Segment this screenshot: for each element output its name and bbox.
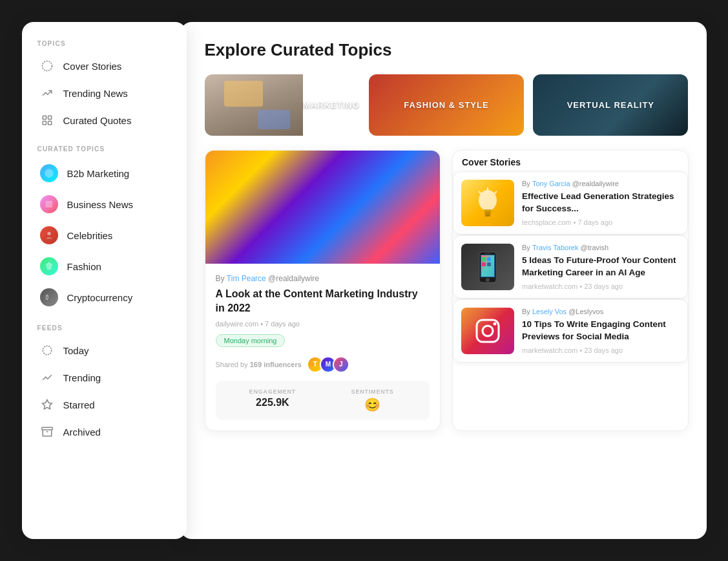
sidebar-item-archived[interactable]: Archived: [35, 418, 174, 445]
svg-rect-27: [482, 262, 486, 266]
featured-article-card[interactable]: By Tim Pearce @realdailywire A Look at t…: [205, 150, 441, 431]
articles-panel: Cover Stories: [452, 150, 689, 431]
article-body-1: By Tony Garcia @realdailywire Effective …: [522, 180, 680, 226]
svg-rect-28: [487, 262, 491, 266]
starred-label: Starred: [63, 399, 95, 410]
cover-stories-icon: [40, 59, 54, 73]
article-thumb-2: [461, 244, 514, 290]
svg-point-7: [47, 232, 50, 235]
article-thumb-3: [461, 308, 514, 354]
svg-rect-6: [45, 201, 52, 208]
fashion-label: Fashion: [67, 261, 101, 272]
trending-news-label: Trending News: [63, 88, 128, 99]
article-2-author-link[interactable]: Travis Taborek: [532, 244, 579, 251]
hero-card-fashion-label: FASHION & STYLE: [404, 100, 488, 110]
svg-rect-14: [484, 209, 492, 212]
cryptocurrency-label: Cryptocurrency: [67, 292, 133, 303]
app-container: TOPICS Cover Stories Trending News: [22, 22, 707, 539]
topics-section-label: TOPICS: [35, 40, 174, 47]
article-body-2: By Travis Taborek @travish 5 Ideas To Fu…: [522, 244, 680, 290]
trending-icon: [40, 370, 54, 385]
sidebar-item-business-news[interactable]: Business News: [35, 189, 174, 220]
featured-image: [205, 151, 441, 264]
featured-source: dailywire.com: [216, 320, 259, 328]
svg-rect-2: [48, 116, 51, 119]
archived-icon: [40, 425, 54, 439]
article-card-1[interactable]: By Tony Garcia @realdailywire Effective …: [453, 171, 688, 235]
celebrities-label: Celebrities: [67, 230, 113, 241]
business-news-label: Business News: [67, 199, 134, 210]
sidebar-item-celebrities[interactable]: Celebrities: [35, 220, 174, 251]
svg-rect-26: [487, 257, 491, 261]
svg-point-23: [486, 278, 490, 282]
bottom-section: By Tim Pearce @realdailywire A Look at t…: [205, 150, 689, 431]
svg-line-19: [494, 191, 497, 194]
svg-point-5: [45, 169, 53, 177]
hero-card-virtual-reality[interactable]: VERTUAL REALITY: [533, 74, 688, 136]
svg-rect-24: [484, 253, 491, 254]
hero-card-marketing[interactable]: MARKETING: [205, 74, 360, 136]
svg-marker-10: [42, 400, 52, 409]
today-icon: [40, 343, 54, 357]
featured-shared: Shared by 169 influencers T M J: [216, 356, 430, 373]
svg-point-31: [494, 323, 497, 326]
article-card-3[interactable]: By Lesely Vos @Leslyvos 10 Tips To Write…: [453, 299, 688, 363]
article-3-author: By Lesely Vos @Leslyvos: [522, 308, 680, 315]
trending-label: Trending: [63, 372, 101, 383]
main-content: Explore Curated Topics MARKETING FASHION…: [180, 22, 707, 539]
sidebar-item-cover-stories[interactable]: Cover Stories: [35, 52, 174, 79]
article-3-author-link[interactable]: Lesely Vos: [532, 308, 567, 315]
engagement-stat: ENGAGEMENT 225.9K: [226, 388, 320, 412]
sidebar: TOPICS Cover Stories Trending News: [22, 22, 187, 539]
sidebar-item-trending[interactable]: Trending: [35, 364, 174, 391]
instagram-image: [461, 308, 514, 354]
sidebar-item-today[interactable]: Today: [35, 337, 174, 364]
featured-tag[interactable]: Monday morning: [216, 334, 286, 347]
featured-body: By Tim Pearce @realdailywire A Look at t…: [205, 264, 441, 430]
shared-text: Shared by 169 influencers: [216, 361, 302, 368]
svg-point-0: [42, 61, 52, 71]
article-2-title: 5 Ideas To Future-Proof Your Content Mar…: [522, 255, 680, 279]
page-title: Explore Curated Topics: [205, 40, 689, 60]
featured-author: By Tim Pearce @realdailywire: [216, 274, 430, 283]
svg-rect-3: [43, 122, 46, 125]
hero-card-fashion-style[interactable]: FASHION & STYLE: [369, 74, 524, 136]
engagement-value: 225.9K: [226, 397, 320, 408]
svg-rect-25: [482, 257, 486, 261]
crypto-avatar: ₿: [40, 288, 58, 306]
article-body-3: By Lesely Vos @Leslyvos 10 Tips To Write…: [522, 308, 680, 354]
article-card-2[interactable]: By Travis Taborek @travish 5 Ideas To Fu…: [453, 235, 688, 299]
feeds-section-label: FEEDS: [35, 324, 174, 332]
article-thumb-1: [461, 180, 514, 226]
starred-icon: [40, 397, 54, 412]
business-avatar: [40, 195, 58, 213]
svg-point-9: [43, 346, 52, 355]
hero-cards-row: MARKETING FASHION & STYLE VERTUAL REALIT…: [205, 74, 689, 136]
trending-news-icon: [40, 86, 54, 100]
engagement-label: ENGAGEMENT: [226, 388, 320, 395]
article-1-author-link[interactable]: Tony Garcia: [532, 180, 570, 187]
article-1-author: By Tony Garcia @realdailywire: [522, 180, 680, 187]
sentiments-label: SENTIMENTS: [326, 388, 419, 395]
svg-rect-4: [48, 122, 51, 125]
article-3-title: 10 Tips To Write Engaging Content Previe…: [522, 319, 680, 343]
sidebar-item-cryptocurrency[interactable]: ₿ Cryptocurrency: [35, 282, 174, 313]
sidebar-item-trending-news[interactable]: Trending News: [35, 79, 174, 107]
hero-card-vr-label: VERTUAL REALITY: [567, 100, 654, 110]
influencer-avatars: T M J: [307, 356, 349, 373]
sidebar-item-starred[interactable]: Starred: [35, 391, 174, 418]
sidebar-item-b2b-marketing[interactable]: B2b Marketing: [35, 158, 174, 189]
curated-quotes-label: Curated Quotes: [63, 115, 132, 126]
featured-author-link[interactable]: Tim Pearce: [227, 274, 266, 283]
article-2-author: By Travis Taborek @travish: [522, 244, 680, 251]
curated-topics-section-label: CURATED TOPICS: [35, 145, 174, 153]
fashion-avatar: [40, 257, 58, 275]
sentiments-stat: SENTIMENTS 😊: [326, 388, 419, 412]
cover-stories-label: Cover Stories: [63, 61, 122, 72]
sidebar-item-curated-quotes[interactable]: Curated Quotes: [35, 107, 174, 134]
article-1-title: Effective Lead Generation Strategies for…: [522, 191, 680, 215]
celebrities-avatar: [40, 226, 58, 244]
featured-stats: ENGAGEMENT 225.9K SENTIMENTS 😊: [216, 381, 430, 420]
article-1-meta: techsplace.com • 7 days ago: [522, 218, 680, 226]
sidebar-item-fashion[interactable]: Fashion: [35, 251, 174, 282]
